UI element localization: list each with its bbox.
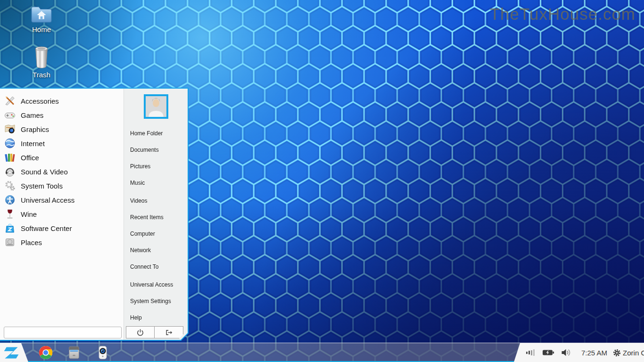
menu-category-sound-video[interactable]: Sound & Video [0,165,124,179]
desktop-icon-trash[interactable]: Trash [19,45,64,79]
wine-icon [4,208,16,220]
volume-icon[interactable] [561,348,572,357]
menu-category-games[interactable]: Games [0,108,124,122]
menu-category-label: Office [21,154,39,162]
zorin-menu-button[interactable] [0,343,28,362]
menu-category-label: System Tools [21,182,63,190]
menu-category-universal-access[interactable]: Universal Access [0,193,124,207]
shortcut-computer[interactable]: Computer [124,225,188,242]
battery-charging-icon[interactable] [542,349,554,356]
chrome-launcher[interactable] [39,346,53,360]
places-icon [4,237,16,248]
power-icon [136,329,144,337]
logout-button[interactable] [155,326,183,338]
menu-category-label: Wine [21,210,37,218]
shortcut-videos[interactable]: Videos [124,192,188,209]
menu-category-office[interactable]: Office [0,150,124,165]
home-folder-icon [31,5,52,24]
accessories-icon [4,95,16,107]
shortcut-documents[interactable]: Documents [124,141,188,158]
menu-category-wine[interactable]: Wine [0,207,124,221]
shortcut-system-settings[interactable]: System Settings [124,293,188,309]
zorin-os-label: Zorin OS [623,349,644,357]
desktop-icon-home[interactable]: Home [19,5,64,33]
gear-icon [613,349,621,357]
system-tools-icon [4,180,16,191]
shortcut-connect-to[interactable]: Connect To [124,258,188,275]
media-app-icon [96,346,110,360]
menu-category-label: Places [21,239,42,247]
desktop-icon-label: Home [19,25,64,33]
office-icon [4,152,16,163]
power-button[interactable] [126,326,155,338]
shortcut-pictures[interactable]: Pictures [124,158,188,174]
menu-category-accessories[interactable]: Accessories [0,94,124,108]
menu-categories-column: Accessories Games [0,89,124,340]
graphics-icon [4,123,16,135]
menu-category-software-center[interactable]: Software Center [0,221,124,235]
avatar-image [146,96,166,117]
menu-category-label: Software Center [21,224,72,232]
file-manager-icon [67,346,81,360]
menu-category-label: Games [21,111,43,119]
internet-icon [4,138,16,149]
shortcut-recent-items[interactable]: Recent Items [124,209,188,225]
menu-category-internet[interactable]: Internet [0,136,124,150]
shortcut-network[interactable]: Network [124,242,188,258]
menu-category-label: Internet [21,140,45,148]
zorin-os-settings-button[interactable]: Zorin OS [613,349,644,357]
sound-video-icon [4,166,16,177]
games-icon [4,109,16,121]
chrome-icon [39,346,53,360]
trash-icon [33,45,50,69]
session-buttons [126,326,183,338]
universal-access-icon [4,194,16,206]
menu-category-label: Sound & Video [21,168,68,176]
desktop-icon-label: Trash [19,71,64,79]
menu-category-system-tools[interactable]: System Tools [0,179,124,193]
app-menu-inner: Accessories Games [0,89,188,340]
logout-icon [165,329,173,337]
taskbar-tray: 7:25 AM Zorin OS [514,343,644,362]
shortcut-universal-access[interactable]: Universal Access [124,276,188,293]
menu-category-list: Accessories Games [0,94,124,249]
menu-shortcut-list: Home Folder Documents Pictures Music Vid… [124,125,188,326]
taskbar-clock[interactable]: 7:25 AM [581,349,607,357]
file-manager-launcher[interactable] [67,346,81,360]
shortcut-help[interactable]: Help [124,309,188,326]
app-menu-panel: Accessories Games [0,88,189,341]
menu-category-places[interactable]: Places [0,235,124,249]
media-app-launcher[interactable] [96,346,110,360]
wallpaper-watermark-text: TheTuxHouse.com [490,5,636,24]
user-avatar[interactable] [144,94,168,119]
software-center-icon [4,222,16,234]
shortcut-home-folder[interactable]: Home Folder [124,125,188,141]
menu-category-graphics[interactable]: Graphics [0,122,124,136]
menu-category-label: Accessories [21,97,59,105]
menu-category-label: Graphics [21,125,49,133]
network-signal-icon[interactable] [526,349,536,356]
shortcut-music[interactable]: Music [124,174,188,191]
menu-search-input[interactable] [4,327,122,338]
taskbar: 7:25 AM Zorin OS [0,343,644,362]
zorin-logo-icon [3,346,20,360]
menu-category-label: Universal Access [21,196,74,204]
menu-places-column: Home Folder Documents Pictures Music Vid… [124,89,188,340]
